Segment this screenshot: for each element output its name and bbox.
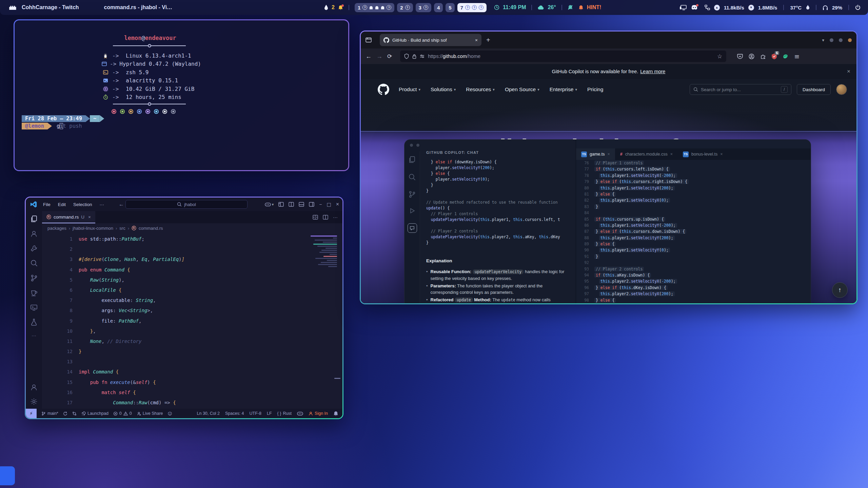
remote-indicator[interactable]: ⚡ [26,409,37,418]
updates-count[interactable]: 2 [332,4,335,11]
headphones-icon[interactable] [823,5,828,10]
water-reminder-icon[interactable] [324,5,328,10]
firefox-window[interactable]: GitHub · Build and ship sof × + ▾ ← → ⟳ [360,30,857,304]
breadcrumb-item[interactable]: src [119,226,125,231]
workspace-7[interactable]: 7??? [457,3,487,12]
menu-file[interactable]: File [40,201,54,208]
shell-prompt[interactable]: Fri 28 Feb – 23:49 ~ @lemon git push [22,115,104,130]
indentation[interactable]: Spaces: 4 [225,411,244,416]
minimize-button[interactable] [830,38,833,42]
split-editor-icon[interactable] [289,202,294,207]
sync-icon[interactable] [63,411,67,416]
breadcrumb-item[interactable]: command.rs [139,226,163,231]
new-tab-button[interactable]: + [486,36,490,44]
banner-close-icon[interactable]: × [847,68,850,75]
tracking-protection-icon[interactable] [404,54,409,59]
toggle-panel-icon[interactable] [299,202,304,207]
nav-back-button[interactable]: ← [119,201,124,207]
editor-layout-icon[interactable] [323,215,328,220]
nav-product[interactable]: Product▾ [399,86,420,93]
eol[interactable]: LF [267,411,272,416]
notification-bell-icon[interactable] [338,5,343,10]
account-icon[interactable] [749,54,754,59]
editor-tab-game-ts[interactable]: TSgame.ts× [576,148,615,160]
command-input[interactable]: git push [57,123,82,129]
minimap[interactable] [304,236,337,267]
feedback-smiley-icon[interactable]: ☺ [168,411,172,416]
scroll-to-top-button[interactable]: ↑ [832,282,848,298]
live-share-button[interactable]: Live Share [137,411,163,416]
permissions-icon[interactable] [420,54,425,58]
tools-icon[interactable] [30,245,38,252]
terminal-window[interactable]: lemon@endeavour ->Linux 6.13.4-arch1-1->… [14,19,349,171]
do-not-disturb-icon[interactable] [568,5,573,10]
toggle-sidebar-icon[interactable] [309,202,314,207]
cursor-position[interactable]: Ln 30, Col 2 [197,411,220,416]
accounts-requests-icon[interactable] [30,230,38,238]
browser-tab-github[interactable]: GitHub · Build and ship sof × [380,34,481,46]
tab-command-rs[interactable]: command.rs U × [42,211,95,223]
remote-explorer-icon[interactable] [30,304,38,311]
git-compare-icon[interactable] [72,411,77,416]
editor-tab-characters-module-css[interactable]: #characters.module.css× [615,148,678,160]
avatar[interactable] [836,84,847,95]
workspace-3[interactable]: 3? [416,3,431,12]
ublock-extension-icon[interactable]: 6 [772,54,777,59]
url-text[interactable]: https://github.com/home [428,54,480,59]
workspace-4[interactable]: 4 [434,3,443,12]
nav-pricing[interactable]: Pricing [587,86,603,93]
code-editor[interactable]: 1use std::path::PathBuf;2 3#[derive(Clon… [42,233,342,409]
extension-icon[interactable] [783,54,788,59]
discord-icon[interactable] [691,5,698,10]
nav-open-source[interactable]: Open Source▾ [505,86,539,93]
breadcrumb-item[interactable]: packages [47,226,66,231]
search-sidebar-icon[interactable] [30,259,38,267]
sign-in-button[interactable]: Sign In [309,411,328,416]
editor-more-actions-icon[interactable]: ··· [333,215,338,220]
maximize-button[interactable] [839,38,843,42]
menu-selection[interactable]: Selection [70,201,95,208]
url-bar[interactable]: https://github.com/home ☆ [400,50,726,62]
problems-status[interactable]: 00 [113,411,132,416]
network-icon[interactable] [705,5,710,10]
account-icon[interactable] [30,384,38,391]
power-icon[interactable] [855,5,861,10]
vscode-window[interactable]: FileEditSelection··· ← → jhabol ▾ − □ [25,197,343,419]
close-button[interactable]: × [336,201,339,207]
menu-hamburger-icon[interactable]: ≡ [794,53,800,60]
close-tab-icon[interactable]: × [475,38,478,43]
explorer-icon[interactable] [30,215,38,223]
minimize-button[interactable]: − [319,202,322,207]
settings-gear-icon[interactable] [30,398,38,405]
hint-label[interactable]: HINT! [587,4,601,11]
testing-icon[interactable] [30,318,38,326]
github-search[interactable]: Search or jump to... / [690,84,791,95]
window-title-vscode[interactable]: command.rs - jhabol - Vi… [104,4,173,11]
nav-solutions[interactable]: Solutions▾ [431,86,456,93]
close-tab-icon[interactable]: × [88,215,91,220]
nav-resources[interactable]: Resources▾ [466,86,495,93]
breadcrumb-item[interactable]: jhabol-linux-common [73,226,113,231]
screenshare-icon[interactable] [680,5,687,10]
split-editor-right-icon[interactable] [313,215,318,220]
maximize-button[interactable]: □ [327,202,331,207]
docker-icon[interactable] [30,289,38,297]
customize-layout-icon[interactable] [278,202,284,207]
back-button[interactable]: ← [366,53,372,60]
extensions-icon[interactable] [760,54,766,59]
encoding[interactable]: UTF-8 [250,411,261,416]
workspace-2[interactable]: 2? [397,3,413,12]
bookmark-star-icon[interactable]: ☆ [717,53,722,60]
list-tabs-icon[interactable]: ▾ [822,38,824,43]
pocket-icon[interactable] [737,54,743,59]
copilot-status-icon[interactable] [297,411,303,416]
editor-tab-bonus-level-ts[interactable]: TSbonus-level.ts× [678,148,728,160]
close-button[interactable] [848,38,852,42]
dashboard-button[interactable]: Dashboard [797,84,831,95]
workspace-1[interactable]: 1?? [355,3,394,12]
menu-[interactable]: ··· [97,201,107,208]
workspace-5[interactable]: 5 [446,3,454,12]
forward-button[interactable]: → [376,53,382,60]
source-control-icon[interactable] [30,274,38,282]
github-logo[interactable] [378,84,389,95]
